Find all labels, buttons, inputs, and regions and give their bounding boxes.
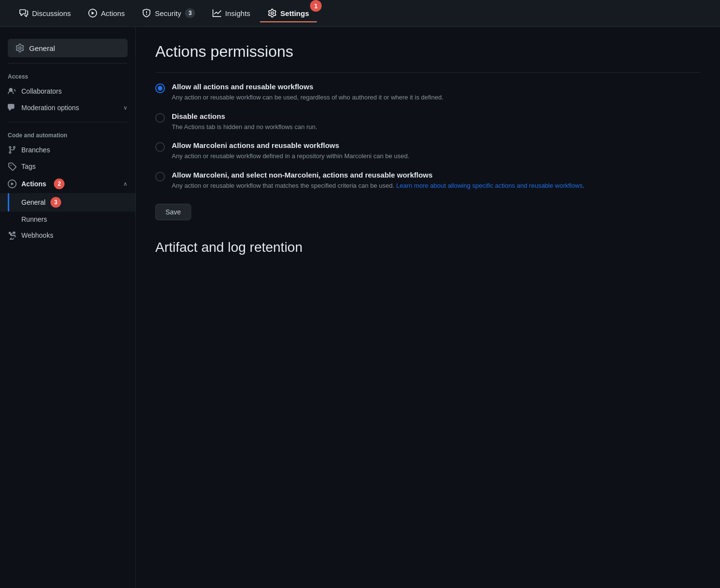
- sidebar-general-label: General: [29, 44, 55, 52]
- main-layout: General Access Collaborators Moderation …: [0, 27, 720, 588]
- radio-allow-all-label: Allow all actions and reusable workflows: [172, 82, 443, 91]
- sidebar-general-button[interactable]: General: [8, 39, 128, 57]
- actions-icon: [88, 9, 97, 17]
- radio-option-marcoleni-select: Allow Marcoleni, and select non-Marcolen…: [155, 171, 701, 191]
- radio-disable-label: Disable actions: [172, 112, 317, 120]
- radio-marcoleni-select-label: Allow Marcoleni, and select non-Marcolen…: [172, 171, 585, 179]
- tags-label: Tags: [21, 163, 36, 170]
- nav-security[interactable]: Security 3: [134, 4, 203, 23]
- general-step-badge: 3: [50, 197, 61, 208]
- sidebar-item-moderation[interactable]: Moderation options ∨: [0, 99, 135, 116]
- page-title: Actions permissions: [155, 43, 701, 61]
- nav-discussions[interactable]: Discussions: [12, 5, 79, 22]
- discussions-icon: [19, 9, 28, 17]
- sidebar-item-actions[interactable]: Actions 2 ∧: [0, 175, 135, 193]
- webhooks-icon: [8, 231, 16, 240]
- sidebar-sub-item-general[interactable]: General 3: [0, 193, 135, 212]
- radio-marcoleni[interactable]: [155, 142, 165, 152]
- insights-icon: [213, 9, 221, 17]
- radio-allow-all-content: Allow all actions and reusable workflows…: [172, 82, 443, 102]
- top-navigation: Discussions Actions Security 3 Insights …: [0, 0, 720, 27]
- settings-step-badge: 1: [310, 0, 322, 12]
- radio-marcoleni-select-content: Allow Marcoleni, and select non-Marcolen…: [172, 171, 585, 191]
- nav-insights-label: Insights: [225, 9, 250, 17]
- sidebar-sub-item-runners[interactable]: Runners: [0, 212, 135, 227]
- radio-disable[interactable]: [155, 113, 165, 123]
- nav-security-label: Security: [155, 9, 181, 17]
- sidebar-divider-1: [8, 63, 128, 64]
- sidebar-divider-2: [8, 122, 128, 122]
- radio-option-disable: Disable actions The Actions tab is hidde…: [155, 112, 701, 132]
- access-section-label: Access: [0, 69, 135, 83]
- radio-marcoleni-content: Allow Marcoleni actions and reusable wor…: [172, 141, 409, 161]
- sidebar-item-branches[interactable]: Branches: [0, 142, 135, 158]
- actions-chevron: ∧: [123, 180, 128, 187]
- radio-disable-desc: The Actions tab is hidden and no workflo…: [172, 122, 317, 132]
- radio-option-marcoleni: Allow Marcoleni actions and reusable wor…: [155, 141, 701, 161]
- moderation-icon: [8, 103, 16, 112]
- sub-general-label: General: [21, 198, 46, 206]
- radio-allow-all-desc: Any action or reusable workflow can be u…: [172, 93, 443, 102]
- branches-label: Branches: [21, 146, 50, 154]
- nav-discussions-label: Discussions: [32, 9, 71, 17]
- sidebar-item-collaborators[interactable]: Collaborators: [0, 83, 135, 99]
- collaborators-label: Collaborators: [21, 87, 62, 95]
- nav-actions-label: Actions: [101, 9, 125, 17]
- actions-sidebar-label: Actions: [21, 180, 46, 188]
- nav-settings-label: Settings: [280, 9, 309, 17]
- actions-step-badge: 2: [54, 179, 65, 189]
- radio-marcoleni-desc: Any action or reusable workflow defined …: [172, 151, 409, 161]
- nav-actions[interactable]: Actions: [81, 5, 132, 22]
- save-button[interactable]: Save: [155, 204, 191, 220]
- tags-icon: [8, 162, 16, 171]
- moderation-chevron: ∨: [123, 104, 128, 111]
- security-icon: [142, 9, 151, 17]
- nav-settings[interactable]: Settings 1: [260, 5, 317, 22]
- radio-disable-content: Disable actions The Actions tab is hidde…: [172, 112, 317, 132]
- radio-marcoleni-label: Allow Marcoleni actions and reusable wor…: [172, 141, 409, 149]
- webhooks-label: Webhooks: [21, 231, 53, 239]
- gear-icon: [16, 44, 24, 52]
- collaborators-icon: [8, 87, 16, 96]
- moderation-label: Moderation options: [21, 104, 79, 112]
- radio-option-allow-all: Allow all actions and reusable workflows…: [155, 82, 701, 102]
- nav-insights[interactable]: Insights: [205, 5, 258, 22]
- title-divider: [155, 72, 701, 73]
- branches-icon: [8, 146, 16, 154]
- security-badge: 3: [185, 8, 195, 18]
- radio-marcoleni-select[interactable]: [155, 172, 165, 181]
- sidebar-item-webhooks[interactable]: Webhooks: [0, 227, 135, 244]
- radio-allow-all[interactable]: [155, 83, 165, 93]
- settings-icon: [268, 9, 277, 17]
- main-content: Actions permissions Allow all actions an…: [136, 27, 720, 588]
- artifact-title: Artifact and log retention: [155, 240, 701, 255]
- runners-label: Runners: [21, 215, 47, 223]
- radio-marcoleni-select-desc: Any action or reusable workflow that mat…: [172, 181, 585, 191]
- sidebar-item-tags[interactable]: Tags: [0, 158, 135, 175]
- learn-more-link[interactable]: Learn more about allowing specific actio…: [396, 182, 582, 189]
- code-automation-section-label: Code and automation: [0, 128, 135, 142]
- sidebar: General Access Collaborators Moderation …: [0, 27, 136, 588]
- actions-sidebar-icon: [8, 180, 16, 188]
